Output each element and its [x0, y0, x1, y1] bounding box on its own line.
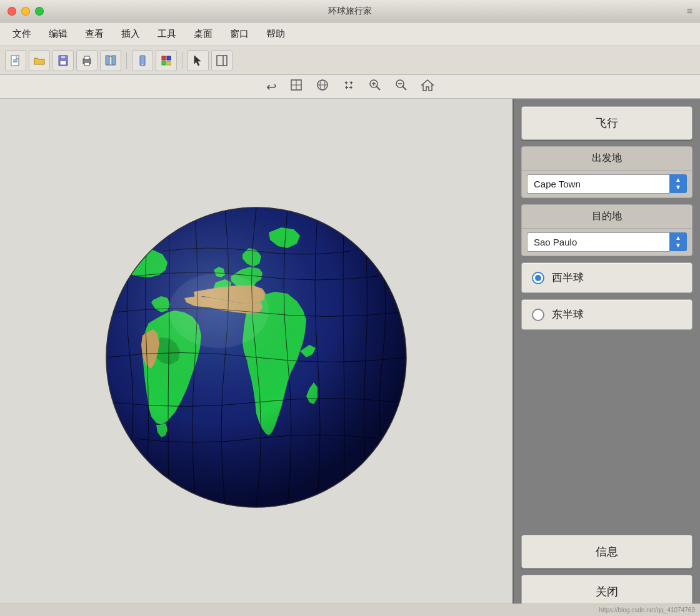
menu-file[interactable]: 文件	[5, 26, 39, 42]
title-control-icon: ≡	[687, 6, 692, 17]
window-title: 环球旅行家	[328, 6, 372, 17]
destination-arrows[interactable]: ▲ ▼	[669, 232, 687, 251]
western-radio-dot	[535, 275, 541, 281]
destination-label: 目的地	[522, 205, 692, 229]
print-icon	[81, 54, 93, 67]
toolbar-separator-1	[126, 52, 127, 69]
status-bar: https://blog.csdn.net/qq_41074769	[0, 604, 700, 616]
close-window-button[interactable]	[8, 7, 16, 16]
menu-window[interactable]: 窗口	[222, 26, 256, 42]
title-bar: 环球旅行家 ≡	[0, 0, 700, 22]
toolbar-separator-2	[182, 52, 182, 69]
open-icon	[33, 54, 46, 67]
home-view-button[interactable]	[417, 77, 438, 96]
departure-down-arrow: ▼	[675, 184, 681, 191]
departure-up-arrow: ▲	[675, 177, 681, 183]
svg-rect-10	[106, 56, 109, 64]
destination-up-arrow: ▲	[675, 235, 681, 241]
reset-view-button[interactable]	[286, 77, 307, 96]
departure-select-wrapper: Cape Town ▲ ▼	[527, 174, 687, 194]
western-radio[interactable]: 西半球	[521, 262, 692, 293]
globe-area	[0, 99, 512, 616]
reset-icon	[289, 78, 303, 92]
cursor-button[interactable]	[188, 50, 209, 71]
mobile-button[interactable]	[132, 50, 153, 71]
departure-value[interactable]: Cape Town	[527, 174, 670, 194]
western-radio-circle	[532, 272, 544, 284]
eastern-radio-circle	[532, 309, 544, 321]
svg-rect-15	[167, 56, 171, 60]
rotate-view-button[interactable]	[312, 77, 333, 96]
menu-insert[interactable]: 插入	[114, 26, 148, 42]
destination-select-row: Sao Paulo ▲ ▼	[522, 229, 692, 256]
svg-line-32	[402, 86, 406, 90]
toolbar	[0, 46, 700, 75]
destination-section: 目的地 Sao Paulo ▲ ▼	[521, 204, 692, 256]
open-button[interactable]	[29, 50, 50, 71]
svg-rect-5	[60, 61, 66, 65]
print-button[interactable]	[76, 50, 98, 71]
svg-rect-8	[84, 56, 89, 59]
new-document-button[interactable]	[5, 50, 26, 71]
departure-arrows[interactable]: ▲ ▼	[669, 174, 687, 193]
menu-help[interactable]: 帮助	[259, 26, 292, 42]
svg-rect-19	[217, 56, 227, 66]
menu-tools[interactable]: 工具	[150, 26, 184, 42]
globe-container	[94, 195, 419, 520]
destination-down-arrow: ▼	[675, 242, 681, 249]
maximize-window-button[interactable]	[35, 7, 44, 16]
zoom-in-icon	[368, 78, 382, 92]
pan-icon	[342, 78, 356, 92]
status-url: https://blog.csdn.net/qq_41074769	[599, 607, 695, 614]
svg-rect-11	[112, 56, 116, 64]
save-icon	[57, 54, 69, 67]
mobile-icon	[136, 54, 149, 67]
view-toolbar: ↩	[0, 75, 700, 99]
svg-rect-16	[162, 61, 166, 65]
rotate-icon	[316, 78, 329, 92]
grid-button[interactable]	[156, 50, 177, 71]
svg-rect-17	[167, 61, 171, 65]
eastern-label: 东半球	[552, 307, 584, 322]
menu-bar: 文件 编辑 查看 插入 工具 桌面 窗口 帮助	[0, 22, 700, 46]
svg-rect-0	[11, 56, 19, 66]
main-content: 飞行 出发地 Cape Town ▲ ▼ 目的地 Sao Paulo	[0, 99, 700, 616]
pan-view-button[interactable]	[338, 77, 359, 96]
export-icon	[104, 54, 117, 67]
svg-rect-7	[84, 62, 89, 66]
globe-svg[interactable]	[94, 195, 419, 520]
export-button[interactable]	[100, 50, 121, 71]
destination-value[interactable]: Sao Paulo	[527, 232, 670, 252]
svg-point-13	[142, 64, 143, 65]
svg-rect-4	[61, 56, 66, 59]
svg-marker-34	[422, 80, 433, 91]
svg-line-28	[376, 86, 380, 90]
destination-select-wrapper: Sao Paulo ▲ ▼	[527, 232, 687, 252]
zoom-out-button[interactable]	[391, 77, 412, 96]
svg-rect-14	[162, 56, 166, 60]
fly-button[interactable]: 飞行	[521, 106, 692, 140]
western-label: 西半球	[552, 271, 584, 285]
panel-spacer	[521, 336, 692, 529]
svg-marker-18	[194, 56, 201, 66]
menu-edit[interactable]: 编辑	[41, 26, 75, 42]
panel-button[interactable]	[211, 50, 232, 71]
menu-view[interactable]: 查看	[78, 26, 111, 42]
departure-section: 出发地 Cape Town ▲ ▼	[521, 146, 692, 198]
minimize-window-button[interactable]	[21, 7, 30, 16]
undo-view-button[interactable]: ↩	[262, 78, 281, 96]
menu-desktop[interactable]: 桌面	[186, 26, 220, 42]
grid-icon	[160, 54, 172, 67]
svg-point-38	[106, 207, 406, 507]
panel-icon	[216, 54, 228, 67]
departure-label: 出发地	[522, 147, 692, 171]
window-controls	[8, 7, 44, 16]
zoom-in-button[interactable]	[364, 77, 386, 96]
eastern-radio[interactable]: 东半球	[521, 299, 692, 330]
cursor-icon	[192, 54, 204, 67]
departure-select-row: Cape Town ▲ ▼	[522, 171, 692, 197]
right-panel: 飞行 出发地 Cape Town ▲ ▼ 目的地 Sao Paulo	[512, 99, 700, 616]
info-button[interactable]: 信息	[521, 535, 692, 569]
save-button[interactable]	[52, 50, 74, 71]
zoom-out-icon	[394, 78, 408, 92]
